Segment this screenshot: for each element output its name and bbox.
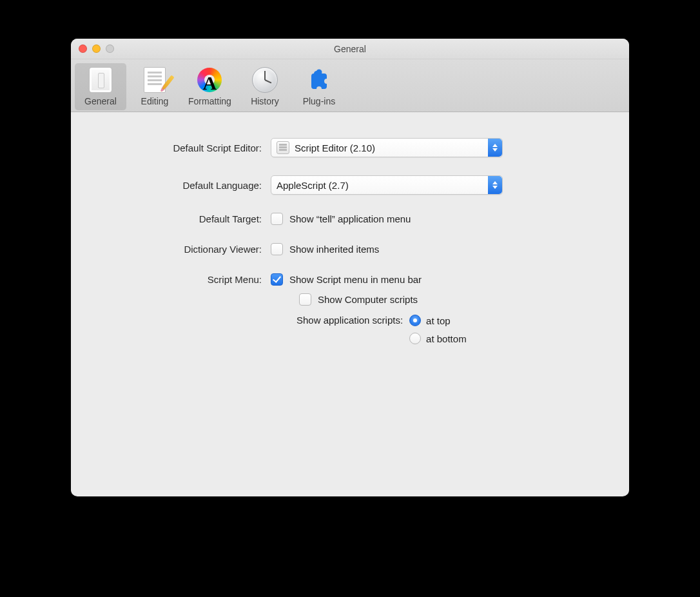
tab-label: General bbox=[84, 96, 117, 106]
clock-icon bbox=[252, 67, 278, 93]
tab-label: Formatting bbox=[188, 96, 231, 106]
checkbox-label: Show Script menu in menu bar bbox=[289, 274, 422, 285]
zoom-button[interactable] bbox=[106, 44, 114, 53]
tab-plugins[interactable]: Plug-ins bbox=[293, 63, 345, 110]
sub-label: Show application scripts: bbox=[297, 315, 403, 326]
chevron-up-down-icon bbox=[488, 139, 502, 157]
default-language-popup[interactable]: AppleScript (2.7) bbox=[271, 175, 503, 195]
tab-formatting[interactable]: A Formatting bbox=[183, 63, 237, 110]
color-wheel-icon: A bbox=[197, 67, 222, 93]
minimize-button[interactable] bbox=[92, 44, 101, 53]
field-label: Dictionary Viewer: bbox=[71, 244, 271, 255]
radio-label: at top bbox=[426, 315, 451, 326]
row-dictionary-viewer: Dictionary Viewer: Show inherited items bbox=[71, 243, 603, 255]
app-scripts-at-bottom-radio[interactable] bbox=[409, 333, 421, 344]
tab-editing[interactable]: Editing bbox=[129, 63, 180, 110]
titlebar: General bbox=[71, 39, 629, 59]
chevron-up-down-icon bbox=[488, 176, 502, 194]
popup-value: Script Editor (2.10) bbox=[295, 142, 375, 153]
popup-value: AppleScript (2.7) bbox=[277, 180, 349, 191]
checkbox-label: Show inherited items bbox=[289, 244, 379, 255]
puzzle-piece-icon bbox=[306, 67, 332, 93]
default-script-editor-popup[interactable]: Script Editor (2.10) bbox=[271, 138, 503, 157]
row-show-computer-scripts: Show Computer scripts bbox=[281, 293, 603, 306]
row-show-application-scripts: Show application scripts: at top at bott… bbox=[297, 315, 603, 344]
row-script-menu: Script Menu: Show Script menu in menu ba… bbox=[71, 273, 603, 286]
app-scripts-at-top-radio[interactable] bbox=[409, 315, 421, 326]
tab-history[interactable]: History bbox=[239, 63, 291, 110]
tab-label: Editing bbox=[141, 96, 169, 106]
content-area: Default Script Editor: Script Editor (2.… bbox=[71, 112, 629, 370]
window-title: General bbox=[79, 44, 621, 54]
tab-general[interactable]: General bbox=[75, 63, 126, 110]
checkbox-label: Show “tell” application menu bbox=[289, 213, 411, 224]
svg-point-0 bbox=[316, 70, 322, 75]
tab-label: Plug-ins bbox=[303, 96, 336, 106]
field-label: Default Script Editor: bbox=[71, 142, 271, 153]
row-default-language: Default Language: AppleScript (2.7) bbox=[71, 175, 603, 195]
show-script-menu-checkbox[interactable] bbox=[271, 273, 283, 286]
radio-label: at bottom bbox=[426, 333, 467, 344]
show-inherited-items-checkbox[interactable] bbox=[271, 243, 283, 255]
pencil-document-icon bbox=[144, 67, 166, 93]
switch-icon bbox=[89, 67, 112, 93]
field-label: Default Target: bbox=[71, 213, 271, 224]
row-default-target: Default Target: Show “tell” application … bbox=[71, 213, 603, 225]
show-computer-scripts-checkbox[interactable] bbox=[299, 293, 311, 306]
tab-label: History bbox=[251, 96, 279, 106]
preferences-window: General General Editing A Formatting His… bbox=[71, 39, 629, 496]
field-label: Script Menu: bbox=[71, 274, 271, 285]
checkbox-label: Show Computer scripts bbox=[318, 294, 418, 305]
script-editor-app-icon bbox=[277, 141, 289, 154]
field-label: Default Language: bbox=[71, 180, 271, 191]
close-button[interactable] bbox=[79, 44, 87, 53]
show-tell-menu-checkbox[interactable] bbox=[271, 213, 283, 225]
toolbar: General Editing A Formatting History bbox=[71, 59, 629, 112]
row-default-script-editor: Default Script Editor: Script Editor (2.… bbox=[71, 138, 603, 157]
window-controls bbox=[79, 44, 114, 53]
